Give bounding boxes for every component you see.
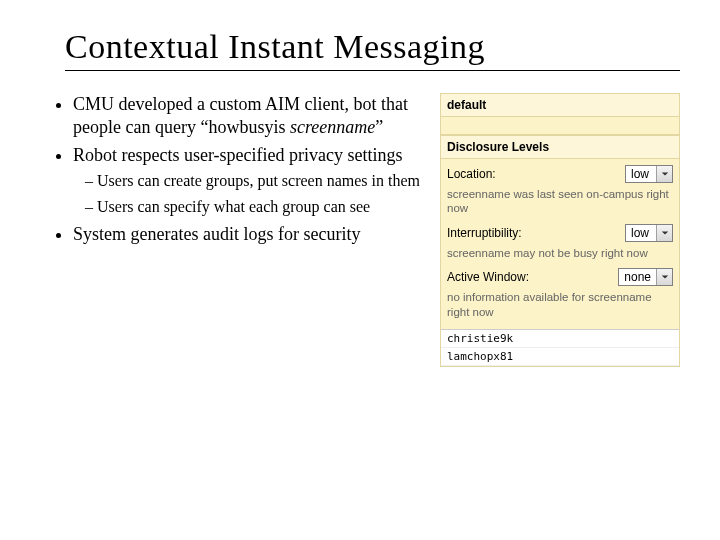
active-window-label: Active Window:: [447, 270, 612, 284]
buddy-list: christie9k lamchopx81: [441, 329, 679, 366]
bullet-2-2: Users can specify what each group can se…: [85, 197, 422, 217]
bullet-2-1: Users can create groups, put screen name…: [85, 171, 422, 191]
settings-panel: default Disclosure Levels Location: low …: [440, 93, 680, 367]
buddy-item[interactable]: lamchopx81: [441, 348, 679, 366]
chevron-down-icon: [656, 225, 672, 241]
bullet-1: CMU developed a custom AIM client, bot t…: [73, 93, 422, 138]
location-select[interactable]: low: [625, 165, 673, 183]
bullet-3: System generates audit logs for security: [73, 223, 422, 246]
bullet-2: Robot respects user-specified privacy se…: [73, 144, 422, 217]
interrupt-label: Interruptibility:: [447, 226, 619, 240]
active-window-select[interactable]: none: [618, 268, 673, 286]
buddy-item[interactable]: christie9k: [441, 330, 679, 348]
bullet-column: CMU developed a custom AIM client, bot t…: [55, 93, 422, 367]
group-header: default: [441, 94, 679, 117]
location-label: Location:: [447, 167, 619, 181]
interrupt-select[interactable]: low: [625, 224, 673, 242]
chevron-down-icon: [656, 166, 672, 182]
location-note: screenname was last seen on-campus right…: [447, 187, 673, 216]
chevron-down-icon: [656, 269, 672, 285]
disclosure-header: Disclosure Levels: [441, 135, 679, 159]
active-window-note: no information available for screenname …: [447, 290, 673, 319]
slide-title: Contextual Instant Messaging: [65, 28, 680, 71]
interrupt-note: screenname may not be busy right now: [447, 246, 673, 260]
